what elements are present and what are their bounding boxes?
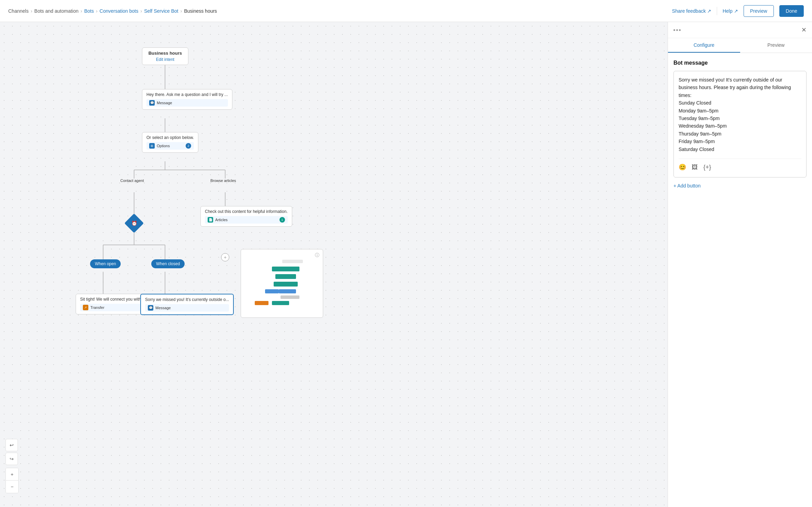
sorry-tag-icon: 💬	[148, 305, 153, 311]
sorry-text: Sorry we missed you! It's currently outs…	[145, 297, 229, 302]
emoji-button[interactable]: 😊	[679, 162, 686, 172]
done-button[interactable]: Done	[779, 5, 804, 17]
articles-tag-icon: 📄	[208, 217, 213, 223]
breadcrumb-conversation-bots[interactable]: Conversation bots	[100, 8, 139, 14]
transfer-text: Sit tight! We will connect you with an..…	[80, 297, 150, 302]
zoom-in-button[interactable]: +	[6, 468, 18, 481]
tab-configure[interactable]: Configure	[668, 38, 740, 53]
panel-body: Bot message Sorry we missed you! It's cu…	[668, 53, 812, 195]
svg-rect-20	[281, 295, 299, 299]
main-layout: Business hours Edit intent Hey there. As…	[0, 22, 812, 507]
articles-node[interactable]: Check out this content for helpful infor…	[200, 206, 292, 227]
canvas-controls: ↩ ↪ + −	[6, 439, 19, 493]
flow-nodes: Business hours Edit intent Hey there. As…	[0, 22, 330, 349]
breadcrumb-self-service-bot[interactable]: Self Service Bot	[144, 8, 178, 14]
redo-button[interactable]: ↪	[6, 453, 18, 465]
flow-canvas[interactable]: Business hours Edit intent Hey there. As…	[0, 22, 668, 507]
section-title: Bot message	[673, 60, 806, 66]
right-panel: ✕ Configure Preview Bot message Sorry we…	[668, 22, 812, 507]
message-tag-icon: 💬	[149, 100, 155, 106]
options-tag: ⊞ Options 2	[146, 142, 194, 150]
message1-tag: 💬 Message	[146, 99, 228, 107]
clock-icon: ⏰	[131, 220, 137, 226]
diamond-node[interactable]: ⏰	[127, 216, 141, 230]
panel-close-button[interactable]: ✕	[801, 26, 806, 34]
add-node-button[interactable]: +	[221, 253, 229, 261]
sorry-message-node[interactable]: Sorry we missed you! It's currently outs…	[140, 294, 234, 315]
options-tag-icon: ⊞	[149, 143, 155, 149]
mini-chart: ⓘ	[241, 249, 323, 318]
diamond-inner: ⏰	[124, 214, 144, 233]
business-hours-subtitle[interactable]: Edit intent	[146, 57, 184, 62]
external-link-icon: ↗	[707, 8, 711, 14]
app-header: Channels › Bots and automation › Bots › …	[0, 0, 812, 22]
zoom-out-button[interactable]: −	[6, 481, 18, 493]
sorry-tag: 💬 Message	[145, 304, 229, 312]
svg-rect-21	[255, 301, 268, 305]
panel-menu-dots[interactable]	[673, 29, 681, 31]
svg-rect-19	[279, 289, 296, 293]
breadcrumb: Channels › Bots and automation › Bots › …	[8, 8, 217, 14]
undo-button[interactable]: ↩	[6, 439, 18, 451]
preview-button[interactable]: Preview	[744, 5, 774, 17]
svg-rect-16	[275, 274, 296, 279]
panel-header: ✕	[668, 22, 812, 38]
add-button-label: + Add button	[673, 183, 701, 188]
chart-info-icon[interactable]: ⓘ	[315, 252, 319, 258]
browse-articles-label: Browse articles	[210, 179, 236, 183]
message1-node[interactable]: Hey there. Ask me a question and I will …	[142, 89, 232, 110]
tab-preview[interactable]: Preview	[740, 38, 812, 53]
svg-rect-14	[282, 260, 303, 263]
contact-agent-label: Contact agent	[120, 179, 144, 183]
transfer-tag-icon: ↗	[83, 305, 88, 310]
when-open-node[interactable]: When open	[90, 259, 121, 268]
breadcrumb-channels[interactable]: Channels	[8, 8, 29, 14]
breadcrumb-business-hours: Business hours	[184, 8, 217, 14]
articles-tag: 📄 Articles 1	[205, 216, 288, 224]
business-hours-node[interactable]: Business hours Edit intent	[142, 47, 188, 65]
options-text: Or select an option below.	[146, 135, 194, 140]
header-divider	[717, 7, 717, 15]
svg-rect-22	[272, 301, 289, 305]
external-link-icon-2: ↗	[734, 8, 738, 14]
panel-tabs: Configure Preview	[668, 38, 812, 53]
options-node[interactable]: Or select an option below. ⊞ Options 2	[142, 132, 198, 153]
business-hours-title: Business hours	[146, 51, 184, 56]
breadcrumb-bots[interactable]: Bots	[84, 8, 94, 14]
bot-message-text: Sorry we missed you! It's currently outs…	[679, 76, 801, 153]
breadcrumb-bots-automation[interactable]: Bots and automation	[34, 8, 78, 14]
image-button[interactable]: 🖼	[692, 162, 698, 172]
bot-message-box[interactable]: Sorry we missed you! It's currently outs…	[673, 71, 806, 177]
message1-text: Hey there. Ask me a question and I will …	[146, 92, 228, 97]
transfer-tag: ↗ Transfer ⓘ	[80, 304, 150, 311]
help-button[interactable]: Help ↗	[723, 8, 738, 14]
header-actions: Share feedback ↗ Help ↗ Preview Done	[672, 5, 804, 17]
svg-rect-15	[272, 267, 299, 271]
articles-text: Check out this content for helpful infor…	[205, 209, 288, 214]
svg-rect-17	[274, 282, 298, 287]
when-closed-node[interactable]: When closed	[151, 259, 185, 268]
chart-svg	[244, 256, 313, 311]
svg-rect-18	[265, 289, 279, 293]
zoom-controls: + −	[6, 468, 19, 493]
share-feedback-button[interactable]: Share feedback ↗	[672, 8, 711, 14]
variable-button[interactable]: {+}	[703, 162, 711, 172]
bot-message-toolbar: 😊 🖼 {+}	[679, 159, 801, 172]
add-button-link[interactable]: + Add button	[673, 183, 806, 188]
